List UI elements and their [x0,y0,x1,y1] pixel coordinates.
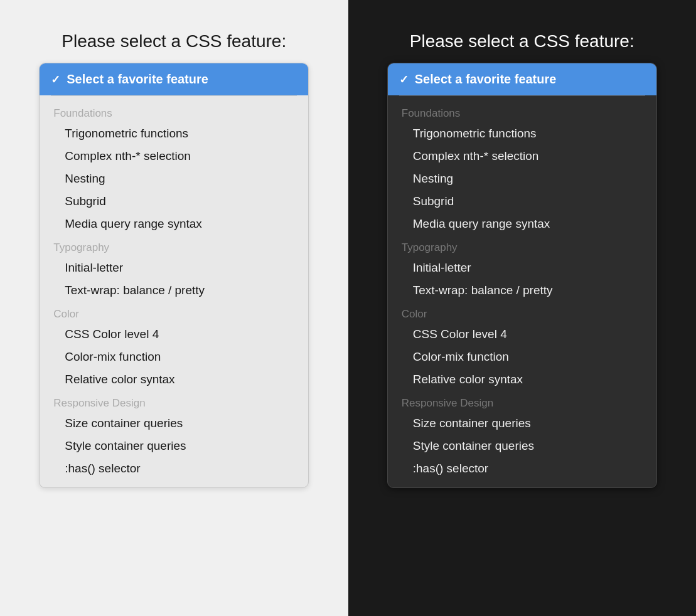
list-item[interactable]: Media query range syntax [388,213,656,235]
list-item[interactable]: Nesting [388,167,656,190]
list-item[interactable]: Complex nth-* selection [40,145,308,167]
dark-select-container: ✓ Select a favorite feature Foundations … [387,63,657,488]
light-checkmark-icon: ✓ [51,73,60,87]
dark-select-header[interactable]: ✓ Select a favorite feature [388,63,656,95]
dark-group-foundations: Foundations [388,101,656,122]
dark-options-list: Foundations Trigonometric functions Comp… [388,96,656,487]
list-item[interactable]: Trigonometric functions [388,122,656,145]
list-item[interactable]: Media query range syntax [40,213,308,235]
list-item[interactable]: Style container queries [388,435,656,457]
light-select-header[interactable]: ✓ Select a favorite feature [40,63,308,95]
list-item[interactable]: Text-wrap: balance / pretty [388,279,656,302]
dark-group-color: Color [388,302,656,323]
dark-panel: Please select a CSS feature: ✓ Select a … [348,0,697,616]
list-item[interactable]: Size container queries [40,412,308,435]
dark-checkmark-icon: ✓ [399,73,409,87]
dark-selected-label: Select a favorite feature [415,72,557,87]
list-item[interactable]: Relative color syntax [40,368,308,391]
list-item[interactable]: Size container queries [388,412,656,435]
list-item[interactable]: Subgrid [40,190,308,213]
dark-group-responsive: Responsive Design [388,391,656,412]
list-item[interactable]: Trigonometric functions [40,122,308,145]
list-item[interactable]: Text-wrap: balance / pretty [40,279,308,302]
list-item[interactable]: Style container queries [40,435,308,457]
light-panel: Please select a CSS feature: ✓ Select a … [0,0,348,616]
list-item[interactable]: Nesting [40,167,308,190]
light-select-container: ✓ Select a favorite feature Foundations … [39,63,309,488]
light-selected-label: Select a favorite feature [67,72,208,87]
list-item[interactable]: :has() selector [40,457,308,480]
dark-panel-title: Please select a CSS feature: [410,31,634,51]
list-item[interactable]: Subgrid [388,190,656,213]
light-group-foundations: Foundations [40,101,308,122]
dark-group-typography: Typography [388,235,656,257]
list-item[interactable]: CSS Color level 4 [40,323,308,346]
light-options-list: Foundations Trigonometric functions Comp… [40,96,308,487]
list-item[interactable]: :has() selector [388,457,656,480]
light-panel-title: Please select a CSS feature: [62,31,286,51]
light-group-color: Color [40,302,308,323]
list-item[interactable]: Initial-letter [388,257,656,279]
list-item[interactable]: Initial-letter [40,257,308,279]
list-item[interactable]: Color-mix function [40,346,308,368]
list-item[interactable]: Color-mix function [388,346,656,368]
list-item[interactable]: Relative color syntax [388,368,656,391]
light-group-typography: Typography [40,235,308,257]
list-item[interactable]: CSS Color level 4 [388,323,656,346]
list-item[interactable]: Complex nth-* selection [388,145,656,167]
light-group-responsive: Responsive Design [40,391,308,412]
